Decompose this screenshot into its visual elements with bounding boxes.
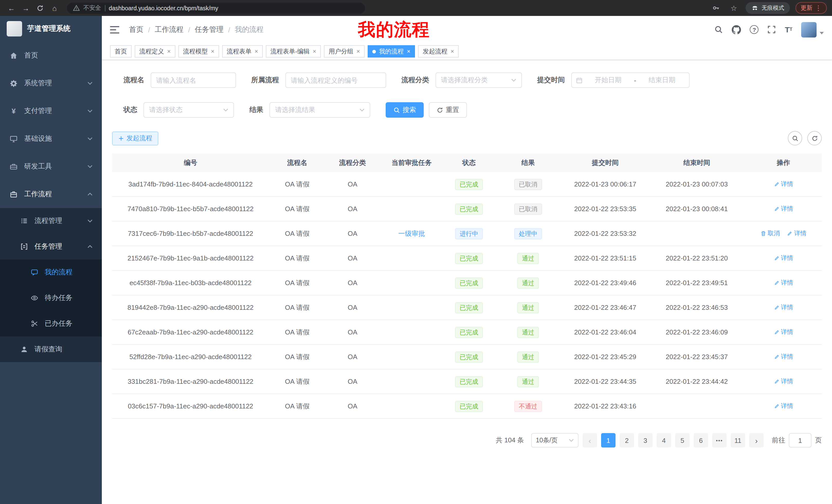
- search-icon[interactable]: [714, 25, 723, 34]
- status-badge: 已完成: [455, 351, 483, 362]
- cell-result: 通过: [494, 277, 562, 288]
- sidebar-item-workflow[interactable]: 工作流程: [0, 180, 102, 208]
- reset-icon: [437, 107, 443, 113]
- prev-page-button[interactable]: ‹: [582, 433, 597, 447]
- detail-action[interactable]: 详情: [774, 402, 793, 411]
- sidebar-item-done-tasks[interactable]: 已办任务: [0, 311, 102, 337]
- github-icon[interactable]: [732, 25, 741, 34]
- detail-action[interactable]: 详情: [774, 278, 793, 287]
- breadcrumb-home[interactable]: 首页: [129, 25, 144, 34]
- end-date-placeholder[interactable]: 结束日期: [639, 76, 685, 85]
- password-key-icon[interactable]: [710, 2, 722, 14]
- sidebar-item-infrastructure[interactable]: 基础设施: [0, 125, 102, 152]
- tab-my-process[interactable]: 我的流程 ×: [368, 45, 415, 58]
- sidebar-item-my-process[interactable]: 我的流程: [0, 259, 102, 285]
- process-def-input[interactable]: [291, 76, 380, 84]
- close-icon[interactable]: ×: [211, 48, 214, 54]
- close-icon[interactable]: ×: [313, 48, 316, 54]
- tab-home[interactable]: 首页: [110, 45, 132, 58]
- detail-action[interactable]: 详情: [774, 377, 793, 386]
- forward-icon[interactable]: →: [20, 2, 32, 14]
- refresh-button[interactable]: [807, 131, 822, 145]
- submit-time-range[interactable]: 开始日期 - 结束日期: [571, 73, 689, 88]
- app-logo-area[interactable]: 芋道管理系统: [0, 16, 102, 41]
- page-button-4[interactable]: 4: [657, 433, 671, 447]
- update-button[interactable]: 更新 ⋮: [796, 2, 827, 14]
- current-task-link[interactable]: 一级审批: [398, 229, 425, 237]
- font-size-icon[interactable]: TT: [785, 26, 792, 33]
- goto-page-input[interactable]: [789, 433, 811, 447]
- detail-action[interactable]: 详情: [774, 353, 793, 361]
- sidebar-item-todo-tasks[interactable]: 待办任务: [0, 285, 102, 311]
- breadcrumb-task-management[interactable]: 任务管理: [195, 25, 224, 34]
- close-icon[interactable]: ×: [255, 48, 258, 54]
- status-label: 状态: [123, 105, 137, 115]
- tab-process-form-edit[interactable]: 流程表单-编辑 ×: [266, 45, 321, 58]
- page-button-5[interactable]: 5: [675, 433, 690, 447]
- process-name-input[interactable]: [156, 76, 230, 84]
- edit-icon: [787, 231, 793, 236]
- detail-action[interactable]: 详情: [787, 229, 807, 238]
- fullscreen-icon[interactable]: [768, 25, 776, 34]
- search-icon: [393, 107, 400, 113]
- breadcrumb-workflow[interactable]: 工作流程: [155, 25, 184, 34]
- close-icon[interactable]: ×: [407, 48, 410, 54]
- home-icon[interactable]: ⌂: [48, 2, 61, 14]
- page-button-6[interactable]: 6: [694, 433, 708, 447]
- result-select[interactable]: 请选择流结果: [269, 102, 370, 118]
- address-bar[interactable]: 不安全 dashboard.yudao.iocoder.cn/bpm/task/…: [67, 2, 365, 13]
- tab-process-model[interactable]: 流程模型 ×: [178, 45, 219, 58]
- help-icon[interactable]: ?: [750, 25, 759, 34]
- search-button[interactable]: 搜索: [386, 102, 424, 118]
- screen: ← → ⌂ 不安全 dashboard.yudao.iocoder.cn/bpm…: [0, 0, 832, 504]
- tab-user-group[interactable]: 用户分组 ×: [324, 45, 365, 58]
- detail-action[interactable]: 详情: [774, 180, 793, 189]
- page-button-3[interactable]: 3: [638, 433, 653, 447]
- page-button-2[interactable]: 2: [620, 433, 634, 447]
- sidebar-item-system[interactable]: 系统管理: [0, 69, 102, 97]
- start-date-placeholder[interactable]: 开始日期: [586, 76, 631, 85]
- sidebar-item-dev-tools[interactable]: 研发工具: [0, 152, 102, 180]
- cancel-action[interactable]: 取消: [760, 229, 780, 238]
- sidebar-item-leave-query[interactable]: 请假查询: [0, 337, 102, 362]
- close-icon[interactable]: ×: [450, 48, 454, 54]
- tab-process-form[interactable]: 流程表单 ×: [222, 45, 263, 58]
- start-process-button[interactable]: 发起流程: [112, 131, 158, 145]
- category-select[interactable]: 请选择流程分类: [435, 73, 522, 88]
- cell-current-task: 一级审批: [380, 229, 444, 238]
- bookmark-star-icon[interactable]: ☆: [728, 2, 740, 14]
- page-size-select[interactable]: 10条/页: [531, 433, 578, 447]
- close-icon[interactable]: ×: [167, 48, 171, 54]
- browser-chrome: ← → ⌂ 不安全 dashboard.yudao.iocoder.cn/bpm…: [0, 0, 832, 16]
- status-select[interactable]: 请选择状态: [144, 102, 234, 118]
- avatar[interactable]: [801, 22, 816, 37]
- tab-process-definition[interactable]: 流程定义 ×: [135, 45, 175, 58]
- reload-icon[interactable]: [34, 2, 46, 14]
- browser-menu-icon[interactable]: ⋮: [815, 4, 822, 12]
- detail-action[interactable]: 详情: [774, 204, 793, 213]
- sidebar-item-home[interactable]: 首页: [0, 41, 102, 69]
- detail-action[interactable]: 详情: [774, 328, 793, 337]
- collapse-sidebar-icon[interactable]: [110, 25, 119, 34]
- back-icon[interactable]: ←: [5, 2, 18, 14]
- result-badge: 通过: [517, 376, 539, 387]
- page-button-11[interactable]: 11: [731, 433, 745, 447]
- close-icon[interactable]: ×: [356, 48, 360, 54]
- detail-action[interactable]: 详情: [774, 254, 793, 262]
- cell-process-name: OA 请假: [269, 303, 326, 312]
- show-search-button[interactable]: [788, 131, 802, 145]
- page-ellipsis[interactable]: •••: [712, 433, 727, 447]
- reset-button[interactable]: 重置: [429, 102, 467, 118]
- status-badge: 进行中: [455, 228, 483, 239]
- cell-end-time: 2022-01-22 23:46:53: [648, 304, 745, 311]
- next-page-button[interactable]: ›: [749, 433, 763, 447]
- detail-action[interactable]: 详情: [774, 303, 793, 312]
- sidebar-item-process-management[interactable]: 流程管理: [0, 208, 102, 234]
- user-icon: [20, 346, 28, 353]
- sidebar-item-payment[interactable]: ¥ 支付管理: [0, 97, 102, 125]
- tab-start-process[interactable]: 发起流程 ×: [418, 45, 459, 58]
- page-button-1[interactable]: 1: [601, 433, 616, 447]
- sidebar-item-task-management[interactable]: 任务管理: [0, 234, 102, 259]
- column-header-current-task: 当前审批任务: [380, 158, 444, 167]
- user-menu[interactable]: [801, 22, 824, 37]
